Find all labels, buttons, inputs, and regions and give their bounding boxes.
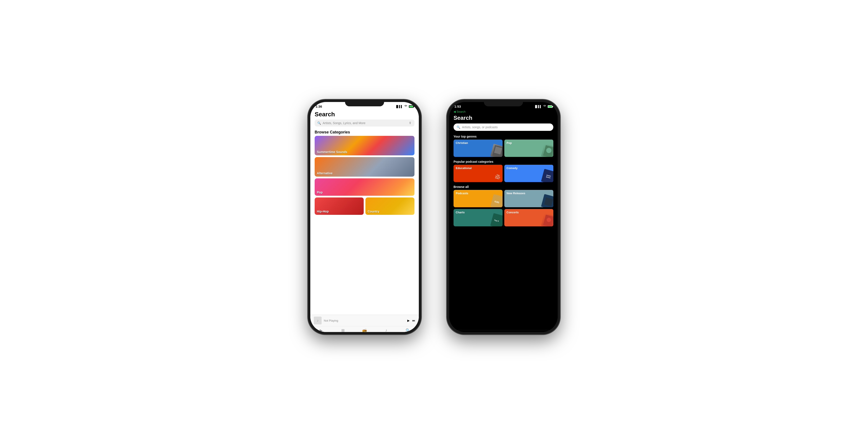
play-button[interactable]: ▶ — [407, 319, 410, 322]
charts-thumb: Top S — [490, 213, 503, 226]
browse-charts-label: Charts — [456, 211, 465, 214]
apple-mic-icon[interactable]: 🎙 — [409, 121, 412, 125]
top-genres-title: Your top genres — [449, 132, 558, 140]
apple-bottom-nav: ▶ Listen Now ⊞ Browse 📻 Radio ♪ Library … — [310, 326, 419, 332]
browse-grid: Podcasts 0181 New Releases Charts Top S — [449, 190, 558, 226]
browse-podcasts-label: Podcasts — [456, 192, 468, 195]
podcast-educational[interactable]: Educational TEDTALKSDAILY — [454, 165, 503, 182]
category-alternative-label: Alternative — [317, 172, 333, 175]
spotify-header: Search 🔍 Artists, songs, or podcasts — [449, 114, 558, 132]
listen-now-icon: ▶ — [320, 328, 323, 332]
browse-podcasts[interactable]: Podcasts 0181 — [454, 190, 503, 207]
browse-concerts-label: Concerts — [506, 211, 519, 214]
notch — [345, 100, 384, 106]
browse-newreleases[interactable]: New Releases — [504, 190, 553, 207]
category-country-label: Country — [368, 210, 379, 213]
podcast-educational-label: Educational — [456, 166, 472, 170]
browse-all-title: Browse all — [449, 183, 558, 190]
spotify-content: Search 🔍 Artists, songs, or podcasts You… — [449, 114, 558, 332]
ted-thumb: TEDTALKSDAILY — [490, 169, 503, 182]
category-country[interactable]: Country — [365, 197, 414, 215]
spotify-battery-icon — [548, 105, 553, 108]
genre-christian-label: Christian — [456, 141, 468, 145]
category-pop[interactable]: Pop — [315, 178, 414, 196]
christian-thumb — [490, 144, 503, 157]
spotify-wifi-icon — [543, 105, 547, 108]
browse-icon: ⊞ — [341, 328, 345, 332]
spotify-bottom-nav: ⌂ Home 🔍 Search ⊟ Your Library ◉ Premium — [449, 330, 558, 332]
signal-icon: ▐▌▌▌ — [395, 105, 403, 108]
podcast-comedy[interactable]: Comedy BANGBANG — [504, 165, 553, 182]
category-summertime-label: Summertime Sounds — [317, 150, 347, 154]
player-controls: ▶ ⏭ — [407, 319, 415, 322]
spotify-search-icon: 🔍 — [457, 125, 460, 129]
spotify-search-input[interactable]: Artists, songs, or podcasts — [462, 125, 498, 129]
genre-pop-label: Pop — [506, 141, 512, 145]
wifi-icon — [404, 105, 407, 108]
apple-search-bar[interactable]: 🔍 Artists, Songs, Lyrics, and More 🎙 — [315, 120, 414, 126]
apple-screen: 1:36 ▐▌▌▌ Search 🔍 Artists, Songs, Lyric… — [310, 102, 419, 332]
spotify-status-icons: ▐▌▌▌ — [534, 105, 553, 108]
category-hiphop[interactable]: Hip-Hop — [315, 197, 364, 215]
apple-categories: Summertime Sounds Alternative Pop Hip-Ho… — [310, 136, 419, 315]
genre-pop[interactable]: Pop — [504, 140, 553, 157]
category-pop-label: Pop — [317, 190, 322, 194]
apple-search-icon: 🔍 — [317, 121, 321, 125]
back-chevron-icon: ◀ — [454, 110, 456, 113]
browse-charts[interactable]: Charts Top S — [454, 209, 503, 226]
browse-concerts[interactable]: Concerts — [504, 209, 553, 226]
spotify-search-title: Search — [454, 115, 553, 121]
spotify-screen: 1:53 ▐▌▌▌ ◀ Search Search 🔍 Artists, son… — [449, 102, 558, 332]
nav-search[interactable]: 🔍 Search — [397, 327, 419, 332]
spotify-status-time: 1:53 — [455, 104, 461, 108]
spotify-signal-icon: ▐▌▌▌ — [534, 105, 541, 108]
skip-button[interactable]: ⏭ — [412, 319, 415, 322]
battery-icon — [409, 105, 413, 108]
newreleases-thumb — [541, 194, 553, 207]
category-alternative[interactable]: Alternative — [315, 157, 414, 177]
category-hiphop-label: Hip-Hop — [317, 210, 329, 213]
player-album-art: ♪ — [314, 317, 321, 324]
comedy-thumb: BANGBANG — [541, 169, 553, 182]
back-label: Search — [457, 110, 465, 113]
spotify-search-bar[interactable]: 🔍 Artists, songs, or podcasts — [454, 123, 553, 131]
top-genres-grid: Christian Pop — [449, 140, 558, 157]
genre-christian[interactable]: Christian — [454, 140, 503, 157]
nav-listen-now[interactable]: ▶ Listen Now — [310, 327, 332, 332]
spotify-back-link[interactable]: ◀ Search — [449, 109, 558, 114]
apple-mini-player[interactable]: ♪ Not Playing ▶ ⏭ — [310, 315, 419, 326]
apple-music-phone: 1:36 ▐▌▌▌ Search 🔍 Artists, Songs, Lyric… — [308, 100, 421, 334]
nav-browse[interactable]: ⊞ Browse — [332, 327, 354, 332]
pop-thumb — [541, 144, 553, 157]
podcast-comedy-label: Comedy — [506, 166, 518, 170]
concerts-thumb — [541, 213, 553, 226]
nav-library[interactable]: ♪ Library — [375, 327, 397, 332]
browse-newreleases-label: New Releases — [506, 192, 525, 195]
category-row-bottom: Hip-Hop Country — [315, 197, 414, 215]
apple-browse-title: Browse Categories — [310, 127, 419, 136]
podcasts-thumb: 0181 — [490, 194, 503, 207]
apple-status-icons: ▐▌▌▌ — [395, 105, 413, 108]
player-status: Not Playing — [324, 319, 405, 322]
radio-icon: 📻 — [362, 328, 367, 332]
podcast-grid: Educational TEDTALKSDAILY Comedy BANGBAN… — [449, 165, 558, 182]
apple-status-time: 1:36 — [315, 104, 322, 108]
nav-radio[interactable]: 📻 Radio — [354, 327, 375, 332]
spotify-phone: 1:53 ▐▌▌▌ ◀ Search Search 🔍 Artists, son… — [447, 100, 560, 334]
library-icon: ♪ — [385, 328, 388, 332]
apple-search-input[interactable]: Artists, Songs, Lyrics, and More — [323, 121, 407, 125]
search-icon: 🔍 — [406, 328, 410, 332]
category-summertime[interactable]: Summertime Sounds — [315, 136, 414, 155]
apple-header: Search 🔍 Artists, Songs, Lyrics, and Mor… — [310, 109, 419, 127]
podcast-categories-title: Popular podcast categories — [449, 158, 558, 165]
spotify-notch — [484, 100, 523, 106]
apple-content: Search 🔍 Artists, Songs, Lyrics, and Mor… — [310, 109, 419, 332]
apple-search-title: Search — [315, 111, 414, 118]
